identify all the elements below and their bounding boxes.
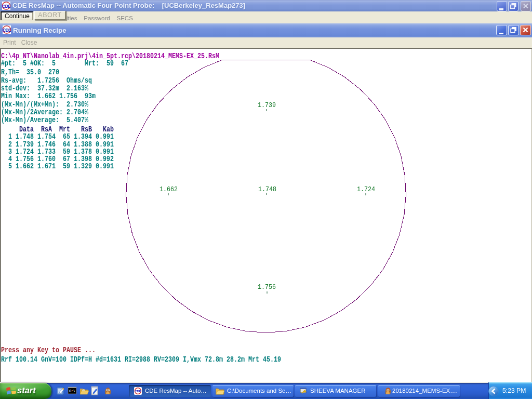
svg-text:CDE: CDE	[135, 390, 141, 393]
svg-text:C:\: C:\	[69, 390, 75, 393]
